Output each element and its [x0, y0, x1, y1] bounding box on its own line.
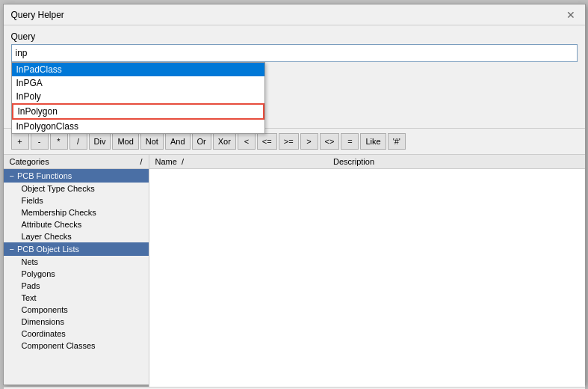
- autocomplete-dropdown: InPadClass InPGA InPoly InPolygon InPoly…: [11, 62, 265, 134]
- category-item-layer-checks[interactable]: Layer Checks: [4, 230, 149, 242]
- category-item-coordinates[interactable]: Coordinates: [4, 328, 149, 340]
- details-header: Name / Description: [149, 155, 585, 169]
- pcb-object-lists-label: PCB Object Lists: [17, 245, 79, 254]
- op-xor[interactable]: Xor: [213, 133, 236, 150]
- category-item-polygons[interactable]: Polygons: [4, 268, 149, 280]
- close-button[interactable]: ✕: [564, 8, 578, 22]
- query-input[interactable]: [11, 44, 578, 62]
- details-col-name: Name /: [155, 157, 185, 166]
- title-bar: Query Helper ✕: [4, 4, 585, 25]
- content-area: Query InPadClass InPGA InPoly InPolygon …: [4, 25, 585, 68]
- op-not[interactable]: Not: [140, 133, 164, 150]
- query-helper-dialog: Query Helper ✕ Query InPadClass InPGA In…: [3, 4, 586, 385]
- category-item-text[interactable]: Text: [4, 292, 149, 304]
- op-minus[interactable]: -: [31, 133, 49, 150]
- category-item-dimensions[interactable]: Dimensions: [4, 316, 149, 328]
- query-input-wrapper: InPadClass InPGA InPoly InPolygon InPoly…: [11, 44, 578, 62]
- op-lte[interactable]: <=: [257, 133, 277, 150]
- details-content: [149, 169, 585, 387]
- op-div[interactable]: Div: [89, 133, 111, 150]
- autocomplete-item-inpolygonclass[interactable]: InPolygonClass: [12, 120, 264, 133]
- dialog-title: Query Helper: [11, 10, 64, 20]
- autocomplete-item-inpoly[interactable]: InPoly: [12, 90, 264, 103]
- op-mod[interactable]: Mod: [112, 133, 138, 150]
- categories-label: Categories: [10, 157, 49, 166]
- op-eq[interactable]: =: [341, 133, 359, 150]
- pcb-functions-expand-icon: −: [10, 171, 14, 180]
- op-and[interactable]: And: [165, 133, 191, 150]
- categories-list: − PCB Functions Object Type Checks Field…: [4, 169, 149, 387]
- op-neq[interactable]: <>: [320, 133, 340, 150]
- categories-panel: Categories / − PCB Functions Object Type…: [4, 155, 149, 387]
- op-hash[interactable]: '#': [388, 133, 406, 150]
- op-gt[interactable]: >: [300, 133, 318, 150]
- op-gte[interactable]: >=: [279, 133, 299, 150]
- op-lt[interactable]: <: [238, 133, 256, 150]
- category-item-object-type-checks[interactable]: Object Type Checks: [4, 183, 149, 194]
- categories-sort-icon[interactable]: /: [140, 157, 142, 166]
- op-divide[interactable]: /: [69, 133, 87, 150]
- details-col-description: Description: [333, 157, 374, 166]
- categories-header: Categories /: [4, 155, 149, 169]
- category-item-membership-checks[interactable]: Membership Checks: [4, 206, 149, 218]
- autocomplete-item-inpga[interactable]: InPGA: [12, 76, 264, 90]
- pcb-object-lists-expand-icon: −: [10, 245, 14, 254]
- category-item-attribute-checks[interactable]: Attribute Checks: [4, 218, 149, 230]
- category-item-fields[interactable]: Fields: [4, 194, 149, 206]
- pcb-functions-label: PCB Functions: [17, 171, 72, 180]
- category-pcb-object-lists[interactable]: − PCB Object Lists: [4, 242, 149, 256]
- autocomplete-item-inpadclass[interactable]: InPadClass: [12, 63, 264, 76]
- category-item-component-classes[interactable]: Component Classes: [4, 340, 149, 352]
- op-multiply[interactable]: *: [50, 133, 68, 150]
- op-plus[interactable]: +: [11, 133, 29, 150]
- category-item-pads[interactable]: Pads: [4, 280, 149, 292]
- op-or[interactable]: Or: [192, 133, 211, 150]
- op-like[interactable]: Like: [360, 133, 386, 150]
- autocomplete-item-inpolygon[interactable]: InPolygon: [12, 103, 264, 120]
- category-item-components[interactable]: Components: [4, 304, 149, 316]
- category-pcb-functions[interactable]: − PCB Functions: [4, 169, 149, 183]
- query-label: Query: [11, 31, 578, 42]
- main-area: Categories / − PCB Functions Object Type…: [4, 155, 585, 387]
- details-panel: Name / Description: [149, 155, 585, 387]
- category-item-nets[interactable]: Nets: [4, 256, 149, 268]
